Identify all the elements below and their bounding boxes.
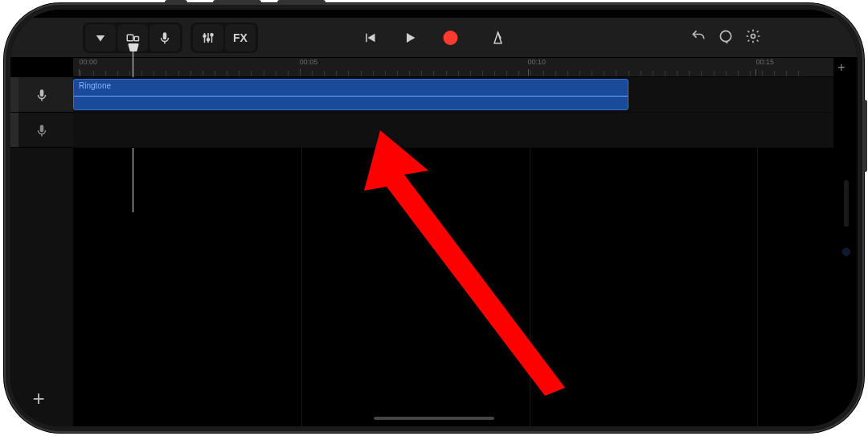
svg-rect-18 [40,89,44,97]
ruler-mark: 00:05 [300,58,318,66]
settings-button[interactable] [745,28,761,47]
add-section-button[interactable]: + [833,58,850,77]
toolbar: FX [10,18,858,58]
ruler-mark: 00:00 [79,58,97,66]
track-view-dropdown[interactable] [85,24,116,51]
svg-rect-2 [134,36,138,40]
add-track-button[interactable]: + [27,386,51,410]
device-frame: FX [4,3,864,433]
toolbar-right [690,28,785,47]
svg-point-16 [720,31,731,41]
mic-icon[interactable] [149,24,180,51]
metronome-icon[interactable] [483,24,514,51]
device-button [277,0,326,5]
device-button [165,0,187,5]
record-button[interactable] [436,24,466,51]
svg-point-10 [211,33,213,35]
svg-marker-12 [368,33,375,42]
track-headers [10,77,73,426]
loop-button[interactable] [718,28,734,47]
device-notch [835,138,858,298]
svg-rect-20 [40,125,44,132]
track-lanes[interactable]: Ringtone [73,77,833,426]
svg-marker-13 [407,33,416,43]
rewind-button[interactable] [355,24,386,51]
mix-group: FX [190,23,258,53]
garageband-app: FX [10,10,858,426]
track-lane[interactable] [73,113,833,148]
ruler-mark: 00:10 [528,58,547,66]
undo-button[interactable] [690,28,706,47]
svg-point-8 [203,35,206,37]
tracks-area: Ringtone [10,77,858,426]
mixer-icon[interactable] [193,24,223,51]
ruler-mark: 00:15 [755,58,774,66]
device-button [862,100,867,172]
track-header[interactable] [10,113,73,148]
track-lane[interactable]: Ringtone [73,77,833,113]
home-indicator[interactable] [374,417,494,420]
fx-button[interactable]: FX [225,24,256,51]
device-button [213,0,261,5]
svg-point-17 [751,34,755,38]
mic-icon [35,123,49,138]
svg-point-9 [207,38,210,40]
audio-region[interactable]: Ringtone [73,79,628,110]
svg-marker-0 [96,35,105,42]
svg-rect-3 [163,32,167,39]
region-label: Ringtone [79,81,111,90]
view-group [83,23,182,53]
timeline-ruler[interactable]: 00:00 00:05 00:10 00:15 + [73,58,833,77]
transport-controls [354,24,514,51]
mic-icon [35,88,49,102]
svg-rect-1 [127,35,133,41]
play-button[interactable] [395,24,426,51]
svg-rect-11 [366,33,367,42]
track-header[interactable] [10,77,73,113]
browser-button[interactable] [117,24,148,51]
screen: FX [10,10,858,426]
